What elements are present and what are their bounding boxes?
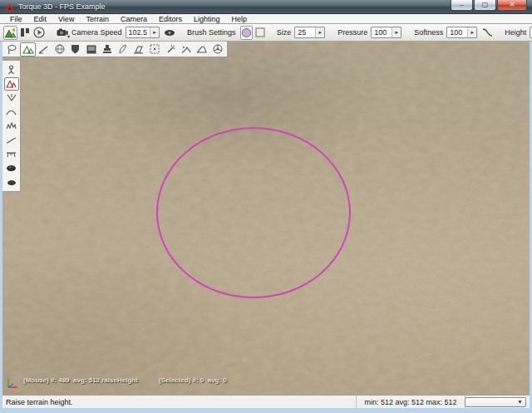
paint-noise-icon <box>6 122 17 130</box>
maximize-button[interactable]: ▢ <box>474 0 496 11</box>
lasso-icon <box>7 44 17 54</box>
title-bar[interactable]: Torque 3D - FPS Example – ▢ ✕ <box>0 0 532 14</box>
square-brush-button[interactable] <box>254 26 266 40</box>
terrain-stats: min: 512 avg: 512 max: 512 <box>356 396 466 409</box>
camera-speed-value[interactable]: 102.5 <box>126 28 150 37</box>
chevron-down-icon: ▼ <box>517 399 523 405</box>
menu-edit[interactable]: Edit <box>28 15 53 23</box>
feather-icon <box>118 44 127 54</box>
minimize-button[interactable]: – <box>451 0 473 11</box>
raise-height-tool-button[interactable] <box>4 77 19 91</box>
close-button[interactable]: ✕ <box>497 0 527 11</box>
dune-tool-button[interactable] <box>194 42 209 57</box>
marquee-select-tool-button[interactable] <box>146 42 162 57</box>
raise-height-icon <box>6 80 17 88</box>
menu-editors[interactable]: Editors <box>153 15 188 23</box>
feather-tool-button[interactable] <box>115 42 131 57</box>
folded-sheet-icon <box>133 45 144 54</box>
paint-noise-tool-button[interactable] <box>4 120 19 133</box>
pressure-value[interactable]: 100 <box>372 28 392 37</box>
menu-view[interactable]: View <box>52 15 80 23</box>
magic-wand-tool-button[interactable] <box>162 42 178 57</box>
menu-lighting[interactable]: Lighting <box>188 15 226 23</box>
slope-icon <box>38 45 49 54</box>
lower-height-tool-button[interactable] <box>4 91 19 105</box>
set-height-icon <box>6 165 17 172</box>
clear-terrain-tool-button[interactable] <box>4 176 19 189</box>
eraser-tool-button[interactable] <box>131 42 146 57</box>
pressure-label: Pressure <box>337 28 367 37</box>
panels-icon <box>20 27 30 37</box>
menu-terrain[interactable]: Terrain <box>80 15 115 23</box>
marquee-select-icon <box>150 44 160 54</box>
window-title: Torque 3D - FPS Example <box>18 2 106 11</box>
status-dropdown[interactable]: ▼ <box>465 397 526 407</box>
terrain-brush-tool-button[interactable] <box>20 42 36 57</box>
stamp-tool-button[interactable] <box>99 42 115 57</box>
dune-icon <box>196 45 207 53</box>
grab-terrain-tool-button[interactable] <box>4 63 19 76</box>
flatten-tool-button[interactable] <box>4 148 19 161</box>
stamp-icon <box>102 44 112 54</box>
camera-speed-spin-button[interactable]: ▸ <box>150 27 159 37</box>
camera-dropdown-arrow-icon: ▾ <box>67 33 70 39</box>
terrain-editor-icon <box>4 27 17 38</box>
panels-button[interactable] <box>19 26 31 40</box>
texture-stamp-tool-button[interactable] <box>83 42 99 57</box>
smooth-slope-icon <box>6 137 17 144</box>
softness-falloff-curve-icon <box>481 27 493 37</box>
clear-terrain-icon <box>7 179 17 186</box>
circle-brush-button[interactable] <box>240 26 253 40</box>
size-input[interactable]: 25 ▸ <box>294 27 325 38</box>
status-message: Raise terrain height. <box>6 398 73 406</box>
app-window: Torque 3D - FPS Example – ▢ ✕ File Edit … <box>0 0 532 413</box>
square-brush-icon <box>255 27 265 37</box>
size-spin-button[interactable]: ▸ <box>315 27 324 37</box>
terrain-brush-icon <box>22 45 34 54</box>
slope-tool-button[interactable] <box>36 42 52 57</box>
hud-selected-info: (Selected) #: 0 avg: 0 <box>159 376 227 384</box>
pressure-input[interactable]: 100 ▸ <box>371 27 401 38</box>
size-value[interactable]: 25 <box>295 28 315 37</box>
main-toolbar: ▾ Camera Speed 102.5 ▸ Brush Settings Si… <box>0 24 532 42</box>
terrain-tool-palette <box>2 60 21 192</box>
set-height-tool-button[interactable] <box>4 162 19 175</box>
camera-icon <box>57 28 68 37</box>
softness-spin-button[interactable]: ▸ <box>467 27 476 37</box>
terrain-editor-button[interactable] <box>3 26 17 40</box>
play-icon <box>33 27 45 38</box>
visibility-eye-icon <box>164 29 175 37</box>
menu-camera[interactable]: Camera <box>115 15 153 23</box>
steering-wheel-icon <box>213 44 223 54</box>
pressure-spin-button[interactable]: ▸ <box>392 27 401 37</box>
texture-stamp-icon <box>86 45 96 54</box>
sphere-icon <box>55 44 65 54</box>
smooth-icon <box>6 109 17 116</box>
status-bar: Raise terrain height. min: 512 avg: 512 … <box>2 395 530 408</box>
menu-help[interactable]: Help <box>225 15 253 23</box>
axis-gizmo-icon <box>5 376 20 391</box>
magic-wand-icon <box>165 44 175 54</box>
camera-speed-input[interactable]: 102.5 ▸ <box>126 27 160 38</box>
softness-curve-button[interactable] <box>480 26 494 40</box>
softness-input[interactable]: 100 ▸ <box>446 27 477 38</box>
viewport-hud: (Mouse) #: 489 avg: 512 raiseHeight (Sel… <box>2 376 530 386</box>
smooth-tool-button[interactable] <box>4 106 19 119</box>
smooth-slope-tool-button[interactable] <box>4 134 19 147</box>
softness-value[interactable]: 100 <box>447 28 467 37</box>
terrain-editor-toolbar <box>2 42 228 57</box>
lasso-tool-button[interactable] <box>4 42 20 57</box>
splatter-icon <box>180 45 191 54</box>
sphere-tool-button[interactable] <box>52 42 67 57</box>
visibility-button[interactable] <box>163 26 176 40</box>
paint-tool-button[interactable] <box>67 42 83 57</box>
brush-outline-circle <box>156 127 351 298</box>
play-game-button[interactable] <box>32 26 46 40</box>
lower-height-icon <box>7 93 17 102</box>
size-label: Size <box>277 28 292 37</box>
menu-file[interactable]: File <box>4 15 28 23</box>
splatter-tool-button[interactable] <box>178 42 194 57</box>
height-label: Height <box>505 28 526 37</box>
wheel-tool-button[interactable] <box>209 42 225 57</box>
terrain-viewport[interactable]: (Mouse) #: 489 avg: 512 raiseHeight (Sel… <box>2 42 530 395</box>
